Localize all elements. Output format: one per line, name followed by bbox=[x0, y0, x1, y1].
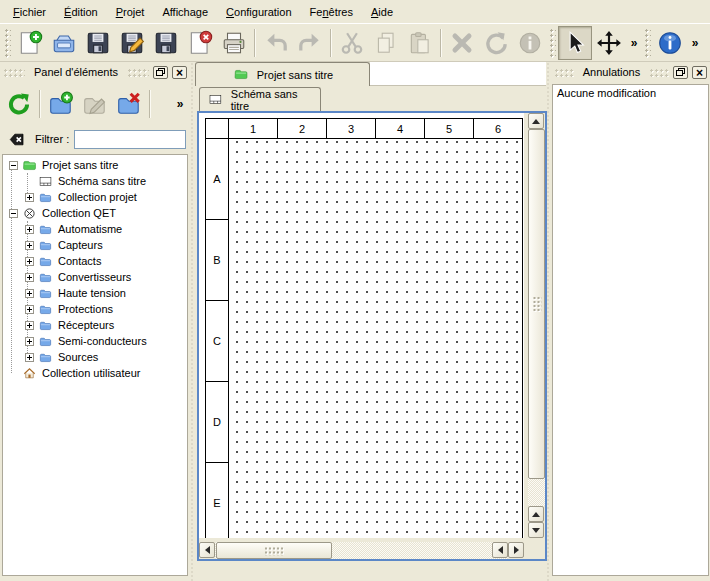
tree-expander-plus-icon[interactable] bbox=[25, 193, 34, 202]
menu-item-projet[interactable]: Projet bbox=[107, 2, 154, 22]
tree-item-label: Semi-conducteurs bbox=[58, 335, 147, 347]
vertical-scrollbar[interactable] bbox=[528, 113, 545, 538]
tree-item-automatisme[interactable]: Automatisme bbox=[3, 221, 187, 237]
tree-expander-plus-icon[interactable] bbox=[25, 273, 34, 282]
float-panel-button[interactable] bbox=[153, 66, 168, 79]
overflow-chevron-button[interactable]: » bbox=[687, 28, 703, 58]
tree-item-collection-projet[interactable]: Collection projet bbox=[3, 189, 187, 205]
scroll-right-button[interactable] bbox=[508, 542, 524, 558]
delete-category-button[interactable] bbox=[112, 87, 146, 121]
column-header-2: 2 bbox=[278, 119, 327, 139]
tree-expander-plus-icon[interactable] bbox=[25, 353, 34, 362]
overflow-chevron-button[interactable]: » bbox=[626, 28, 642, 58]
tree-expander-plus-icon[interactable] bbox=[25, 289, 34, 298]
print-button[interactable] bbox=[217, 26, 251, 60]
tree-item-haute-tension[interactable]: Haute tension bbox=[3, 285, 187, 301]
tree-item-convertisseurs[interactable]: Convertisseurs bbox=[3, 269, 187, 285]
dock-drag-texture[interactable] bbox=[649, 68, 669, 77]
tree-expander-plus-icon[interactable] bbox=[25, 241, 34, 250]
tree-indent bbox=[3, 325, 23, 326]
new-category-button[interactable] bbox=[44, 87, 78, 121]
tree-item-projet-sans-titre[interactable]: Projet sans titre bbox=[3, 157, 187, 173]
info-button[interactable] bbox=[513, 26, 547, 60]
tree-item-schema-sans-titre[interactable]: Schéma sans titre bbox=[3, 173, 187, 189]
menu-item-affichage[interactable]: Affichage bbox=[153, 2, 217, 22]
close-panel-button[interactable] bbox=[692, 66, 707, 79]
new-document-button[interactable] bbox=[13, 26, 47, 60]
tree-expander-plus-icon[interactable] bbox=[25, 257, 34, 266]
tree-item-semi-conducteurs[interactable]: Semi-conducteurs bbox=[3, 333, 187, 349]
tree-expander-plus-icon[interactable] bbox=[25, 321, 34, 330]
cut-button[interactable] bbox=[335, 26, 369, 60]
dock-drag-texture[interactable] bbox=[127, 68, 149, 77]
tree-item-collection-utilisateur[interactable]: Collection utilisateur bbox=[3, 365, 187, 381]
open-project-button[interactable] bbox=[47, 26, 81, 60]
horizontal-scrollbar-thumb[interactable] bbox=[216, 542, 332, 559]
redo-button[interactable] bbox=[293, 26, 327, 60]
copy-button[interactable] bbox=[369, 26, 403, 60]
filter-input[interactable] bbox=[74, 130, 186, 149]
dock-drag-texture[interactable] bbox=[554, 68, 574, 77]
rotate-button[interactable] bbox=[479, 26, 513, 60]
vertical-scrollbar-thumb[interactable] bbox=[528, 129, 545, 479]
save-all-button[interactable] bbox=[149, 26, 183, 60]
menu-item-fichier[interactable]: Fichier bbox=[4, 2, 55, 22]
toolbar-handle[interactable] bbox=[4, 28, 11, 58]
tree-indent bbox=[3, 261, 23, 262]
tree-item-capteurs[interactable]: Capteurs bbox=[3, 237, 187, 253]
undo-button[interactable] bbox=[259, 26, 293, 60]
tree-item-recepteurs[interactable]: Récepteurs bbox=[3, 317, 187, 333]
toolbar-handle[interactable] bbox=[549, 28, 556, 58]
dock-drag-texture[interactable] bbox=[3, 68, 25, 77]
about-info-button[interactable] bbox=[653, 26, 687, 60]
tree-expander-minus-icon[interactable] bbox=[9, 209, 18, 218]
horizontal-scrollbar[interactable] bbox=[199, 542, 524, 559]
tab-projet-sans-titre[interactable]: Projet sans titre bbox=[195, 62, 370, 86]
menu-label-post: onfiguration bbox=[234, 6, 292, 18]
save-as-icon bbox=[119, 30, 145, 56]
select-pointer-button[interactable] bbox=[558, 26, 592, 60]
float-panel-button[interactable] bbox=[673, 66, 688, 79]
edit-category-button[interactable] bbox=[78, 87, 112, 121]
reload-button[interactable] bbox=[2, 87, 36, 121]
save-as-button[interactable] bbox=[115, 26, 149, 60]
paste-button[interactable] bbox=[403, 26, 437, 60]
tree-item-collection-qet[interactable]: Collection QET bbox=[3, 205, 187, 221]
menu-item-configuration[interactable]: Configuration bbox=[217, 2, 300, 22]
schema-canvas[interactable]: 123456ABCDE bbox=[199, 113, 524, 538]
undo-history-item[interactable]: Aucune modification bbox=[553, 85, 708, 101]
scroll-left-button[interactable] bbox=[199, 542, 215, 558]
expander-slot bbox=[7, 157, 20, 173]
menu-item-fenetres[interactable]: Fenêtres bbox=[301, 2, 362, 22]
qet-collection-icon bbox=[21, 207, 38, 220]
filter-label: Filtrer : bbox=[35, 133, 69, 145]
scroll-down-button[interactable] bbox=[528, 522, 544, 538]
close-panel-button[interactable] bbox=[172, 66, 187, 79]
save-button[interactable] bbox=[81, 26, 115, 60]
delete-button[interactable] bbox=[445, 26, 479, 60]
scroll-up-button[interactable] bbox=[528, 113, 544, 129]
element-tree: Projet sans titreSchéma sans titreCollec… bbox=[2, 154, 188, 576]
tree-item-label: Collection utilisateur bbox=[42, 367, 140, 379]
row-header-A: A bbox=[206, 139, 229, 220]
menu-item-edition[interactable]: Édition bbox=[55, 2, 107, 22]
overflow-chevron-button[interactable]: » bbox=[172, 89, 188, 119]
tree-expander-minus-icon[interactable] bbox=[9, 161, 18, 170]
menu-label-post: ide bbox=[378, 6, 393, 18]
scroll-left-button-2[interactable] bbox=[492, 542, 508, 558]
menu-item-aide[interactable]: Aide bbox=[362, 2, 402, 22]
tab-schema-sans-titre[interactable]: Schéma sans titre bbox=[199, 87, 321, 111]
tree-expander-plus-icon[interactable] bbox=[25, 225, 34, 234]
tree-item-contacts[interactable]: Contacts bbox=[3, 253, 187, 269]
tree-expander-plus-icon[interactable] bbox=[25, 337, 34, 346]
expander-slot bbox=[23, 349, 36, 365]
tree-expander-plus-icon[interactable] bbox=[25, 305, 34, 314]
tab-bar-empty-area bbox=[370, 62, 546, 86]
close-file-button[interactable] bbox=[183, 26, 217, 60]
toolbar-handle[interactable] bbox=[644, 28, 651, 58]
scroll-up-button-2[interactable] bbox=[528, 506, 544, 522]
tree-item-sources[interactable]: Sources bbox=[3, 349, 187, 365]
move-view-button[interactable] bbox=[592, 26, 626, 60]
clear-filter-button[interactable] bbox=[4, 129, 30, 149]
tree-item-protections[interactable]: Protections bbox=[3, 301, 187, 317]
